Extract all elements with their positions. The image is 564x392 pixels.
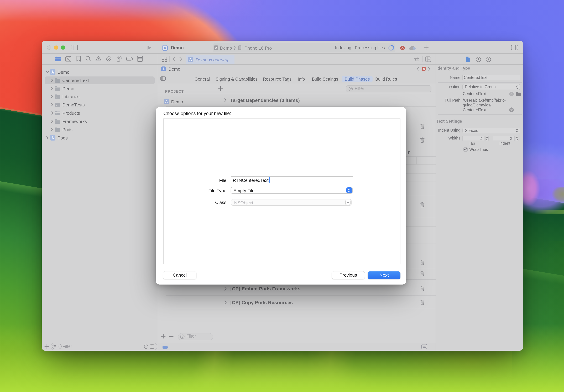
svg-text:?: ? xyxy=(488,58,489,61)
